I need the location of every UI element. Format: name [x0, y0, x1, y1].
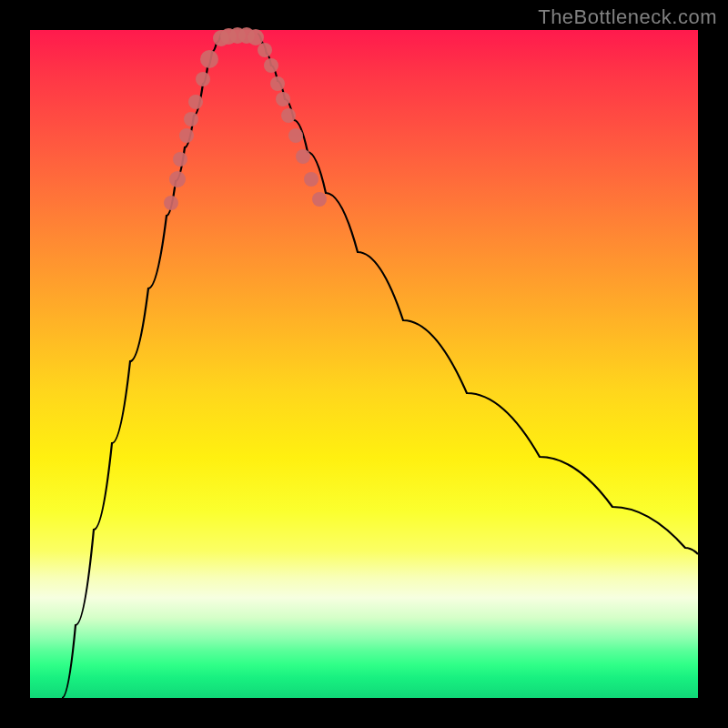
marker-group [164, 27, 327, 210]
data-marker [258, 43, 272, 57]
data-marker [270, 76, 285, 91]
data-marker [312, 192, 327, 207]
watermark-text: TheBottleneck.com [538, 5, 717, 29]
data-marker [196, 72, 210, 86]
chart-svg [30, 30, 698, 698]
data-marker [296, 149, 310, 164]
data-marker [179, 128, 194, 143]
data-marker [188, 95, 203, 109]
data-marker [200, 50, 218, 68]
chart-plot-area [30, 30, 698, 698]
data-marker [169, 171, 186, 187]
data-marker [281, 108, 296, 123]
data-marker [264, 58, 278, 73]
data-marker [248, 29, 264, 46]
curve-right [258, 34, 698, 554]
data-marker [276, 92, 290, 106]
data-marker [288, 128, 303, 143]
curve-left [62, 34, 221, 698]
data-marker [173, 152, 187, 167]
data-marker [164, 196, 178, 210]
data-marker [184, 112, 198, 126]
data-marker [304, 172, 318, 187]
